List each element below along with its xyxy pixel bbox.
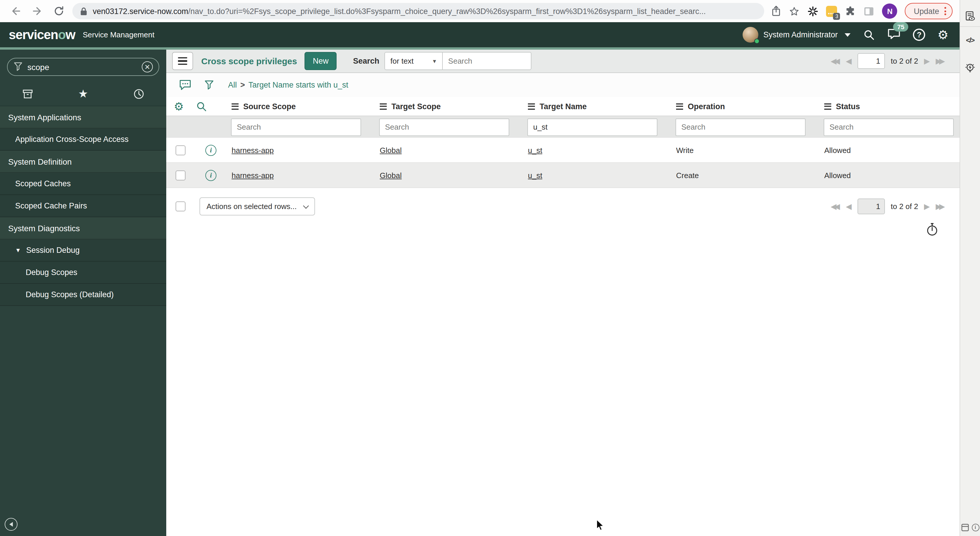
select-all-checkbox[interactable] (176, 201, 186, 211)
lightbulb-icon[interactable] (964, 62, 977, 75)
servicenow-logo: servicenow (9, 27, 75, 42)
list-footer-row: Actions on selected rows... ◀◀ ◀ to 2 of… (166, 197, 959, 215)
sidebar-item-application-cross-scope-access[interactable]: Application Cross-Scope Access (0, 128, 166, 151)
user-menu[interactable]: System Administrator (742, 27, 851, 43)
back-icon[interactable] (10, 5, 22, 17)
chrome-update-button[interactable]: Update (905, 3, 953, 19)
tab-all-applications[interactable] (0, 88, 56, 100)
reload-icon[interactable] (53, 5, 65, 17)
column-header-source-scope[interactable]: Source Scope (219, 102, 367, 111)
extension-badge: 3 (833, 13, 840, 19)
sidebar-item-debug-scopes[interactable]: Debug Scopes (0, 262, 166, 284)
filter-source-scope-input[interactable] (231, 118, 361, 136)
bookmark-star-icon[interactable] (789, 6, 800, 17)
next-page-icon[interactable]: ▶ (924, 57, 930, 65)
sidebar-item-session-debug[interactable]: ▼Session Debug (0, 239, 166, 262)
column-headers: Source Scope Target Scope Target Name Op… (219, 102, 959, 111)
navigator-filter[interactable]: ✕ (7, 58, 159, 76)
sidebar-section-system-definition[interactable]: System Definition (0, 151, 166, 173)
reading-mode-icon[interactable] (964, 11, 976, 22)
info-icon[interactable]: i (972, 524, 979, 531)
side-panel-icon[interactable] (864, 6, 875, 16)
filter-target-scope-input[interactable] (379, 118, 509, 136)
filter-funnel-icon (13, 62, 23, 72)
filter-operation-input[interactable] (676, 118, 806, 136)
select-caret-icon: ▼ (432, 58, 437, 64)
extension-spinner-icon[interactable] (808, 6, 819, 17)
next-page-icon[interactable]: ▶ (924, 203, 930, 210)
previous-page-icon[interactable]: ◀ (846, 57, 852, 65)
url-bar[interactable]: ven03172.service-now.com/nav_to.do?uri=%… (72, 3, 764, 19)
page-number-input[interactable] (858, 53, 885, 69)
list-title[interactable]: Cross scope privileges (201, 56, 297, 66)
dev-tools-icon[interactable]: </> (966, 36, 974, 45)
forward-icon[interactable] (32, 5, 43, 17)
column-menu-icon (824, 103, 831, 110)
first-page-icon[interactable]: ◀◀ (830, 57, 840, 65)
column-header-target-scope[interactable]: Target Scope (367, 102, 515, 111)
page-number-input[interactable] (858, 198, 885, 214)
first-page-icon[interactable]: ◀◀ (830, 203, 840, 210)
target-scope-link[interactable]: Global (380, 146, 402, 155)
record-info-icon[interactable]: i (205, 145, 216, 156)
row-checkbox[interactable] (176, 170, 186, 180)
column-menu-icon (528, 103, 535, 110)
record-info-icon[interactable]: i (205, 170, 216, 181)
column-header-status[interactable]: Status (811, 102, 959, 111)
global-search-icon[interactable] (863, 29, 875, 41)
navigator-filter-input[interactable] (27, 62, 137, 72)
panel-toggle-icon[interactable] (961, 524, 969, 531)
new-button[interactable]: New (305, 52, 337, 70)
browser-toolbar: ven03172.service-now.com/nav_to.do?uri=%… (0, 0, 959, 22)
header-accent-line (0, 47, 959, 49)
lock-icon[interactable] (80, 7, 88, 16)
sidebar-item-debug-scopes-detailed[interactable]: Debug Scopes (Detailed) (0, 284, 166, 306)
status-cell: Allowed (824, 146, 851, 155)
source-scope-link[interactable]: harness-app (232, 146, 274, 155)
source-scope-link[interactable]: harness-app (232, 171, 274, 180)
connect-chat-icon[interactable]: 75 (887, 28, 900, 42)
response-time-icon[interactable] (926, 222, 939, 239)
operation-cell: Create (676, 171, 699, 180)
filter-status-input[interactable] (824, 118, 954, 136)
column-header-operation[interactable]: Operation (663, 102, 811, 111)
collapse-sidebar-button[interactable] (5, 518, 18, 531)
clear-filter-icon[interactable]: ✕ (142, 61, 153, 72)
expanded-caret-icon[interactable]: ▼ (15, 247, 21, 254)
sidebar-item-scoped-cache-pairs[interactable]: Scoped Cache Pairs (0, 195, 166, 217)
previous-page-icon[interactable]: ◀ (846, 203, 852, 210)
list-menu-button[interactable] (172, 52, 193, 70)
last-page-icon[interactable]: ▶▶ (935, 203, 945, 210)
share-icon[interactable] (772, 5, 781, 17)
target-name-link[interactable]: u_st (528, 171, 542, 180)
extension-notes-icon[interactable]: ••• 3 (826, 6, 837, 17)
filter-builder-icon[interactable] (204, 80, 214, 90)
settings-gear-icon[interactable]: ⚙ (937, 29, 948, 41)
list-search-input[interactable] (443, 52, 532, 70)
browser-menu-icon[interactable] (944, 7, 946, 15)
filter-target-name-input[interactable] (527, 118, 657, 136)
target-name-link[interactable]: u_st (528, 146, 542, 155)
breadcrumb-all[interactable]: All (228, 81, 237, 89)
sidebar-section-system-applications[interactable]: System Applications (0, 106, 166, 128)
item-label: Debug Scopes (25, 268, 77, 277)
column-search-icon[interactable] (196, 101, 207, 112)
list-comments-icon[interactable] (179, 80, 191, 91)
browser-profile-avatar[interactable]: N (882, 3, 897, 19)
tab-history[interactable] (111, 88, 166, 100)
breadcrumb-filter[interactable]: Target Name starts with u_st (248, 81, 348, 89)
search-type-select[interactable]: for text▼ (385, 52, 443, 70)
extensions-puzzle-icon[interactable] (845, 6, 856, 17)
row-checkbox[interactable] (176, 145, 186, 155)
column-header-target-name[interactable]: Target Name (515, 102, 663, 111)
personalize-gear-icon[interactable]: ⚙ (174, 101, 184, 112)
last-page-icon[interactable]: ▶▶ (935, 57, 945, 65)
sidebar-item-scoped-caches[interactable]: Scoped Caches (0, 173, 166, 195)
user-avatar[interactable] (742, 27, 758, 43)
help-icon[interactable]: ? (913, 29, 925, 41)
tab-favorites[interactable]: ★ (56, 88, 111, 99)
sidebar-section-system-diagnostics[interactable]: System Diagnostics (0, 217, 166, 239)
target-scope-link[interactable]: Global (380, 171, 402, 180)
pagination-top: ◀◀ ◀ to 2 of 2 ▶ ▶▶ (830, 53, 945, 69)
actions-select[interactable]: Actions on selected rows... (199, 197, 315, 215)
